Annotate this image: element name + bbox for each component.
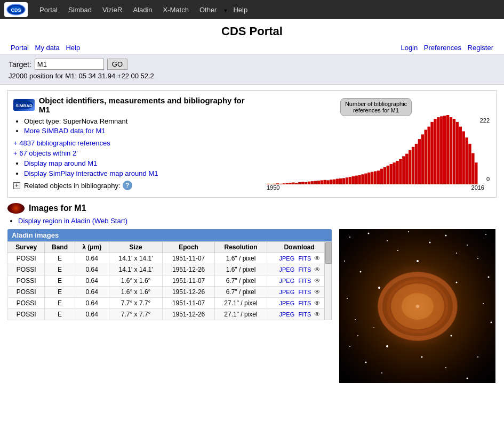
svg-point-84 — [344, 261, 345, 262]
target-input[interactable] — [35, 59, 104, 70]
j2000-position: J2000 position for M1: 05 34 31.94 +22 0… — [9, 72, 495, 80]
svg-rect-31 — [349, 177, 351, 184]
svg-rect-66 — [459, 127, 462, 184]
preview-eye-icon[interactable]: 👁 — [314, 277, 321, 285]
related-objects: + Related objects in bibliography: ? — [13, 181, 256, 190]
svg-rect-67 — [462, 131, 465, 184]
nav-aladin[interactable]: Aladin — [127, 4, 157, 16]
images-layout: Aladin images Survey Band λ (μm) Size Ep… — [7, 229, 497, 383]
download-fits-link[interactable]: FITS — [299, 300, 311, 306]
chart-y-min: 0 — [486, 176, 490, 182]
svg-point-81 — [445, 235, 447, 237]
cell-epoch: 1951-12-26 — [163, 309, 214, 320]
svg-rect-33 — [355, 176, 357, 184]
cell-size: 14.1' x 14.1' — [109, 264, 163, 275]
svg-point-89 — [355, 319, 356, 320]
nav-help[interactable]: Help — [228, 4, 253, 16]
svg-point-77 — [349, 237, 350, 238]
cell-lambda: 0.64 — [75, 253, 109, 264]
simbad-info: Object type: SuperNova Remnant More SIMB… — [13, 117, 256, 135]
download-fits-link[interactable]: FITS — [299, 289, 311, 295]
svg-rect-43 — [387, 166, 389, 184]
related-objects-help-icon[interactable]: ? — [123, 181, 132, 190]
go-button[interactable]: GO — [107, 59, 127, 70]
table-scrollbar[interactable] — [324, 241, 332, 320]
main-content: SIMBAD Object identifiers, measurements … — [0, 85, 504, 388]
nav-portal[interactable]: Portal — [34, 4, 63, 16]
nav-other[interactable]: Other — [194, 4, 222, 16]
related-objects-expand[interactable]: + — [13, 182, 20, 189]
svg-point-79 — [387, 240, 388, 241]
svg-rect-29 — [342, 178, 345, 184]
nav-simbad[interactable]: Simbad — [63, 4, 97, 16]
display-map-link[interactable]: Display map around M1 — [24, 159, 256, 167]
download-jpeg-link[interactable]: JPEG — [279, 289, 294, 295]
cell-size: 7.7° x 7.7° — [109, 298, 163, 309]
svg-rect-45 — [393, 162, 395, 184]
svg-point-104 — [456, 282, 458, 283]
svg-point-101 — [357, 335, 358, 336]
images-logo — [7, 203, 25, 214]
svg-rect-9 — [279, 184, 282, 184]
svg-rect-53 — [418, 139, 421, 184]
download-jpeg-link[interactable]: JPEG — [279, 255, 294, 262]
svg-rect-62 — [446, 115, 449, 184]
cell-resolution: 27.1" / pixel — [214, 309, 267, 320]
subnav-portal[interactable]: Portal — [11, 44, 29, 52]
svg-rect-56 — [427, 127, 430, 184]
svg-rect-39 — [374, 171, 377, 184]
download-fits-link[interactable]: FITS — [299, 311, 311, 318]
simbad-header: SIMBAD Object identifiers, measurements … — [13, 96, 256, 114]
preview-eye-icon[interactable]: 👁 — [314, 266, 321, 273]
cell-size: 1.6° x 1.6° — [109, 287, 163, 298]
cell-epoch: 1951-11-07 — [163, 253, 214, 264]
table-row: POSSI E 0.64 1.6° x 1.6° 1951-12-26 6.7"… — [8, 287, 332, 298]
preview-eye-icon[interactable]: 👁 — [314, 255, 321, 262]
preview-eye-icon[interactable]: 👁 — [314, 299, 321, 307]
col-epoch: Epoch — [163, 242, 214, 253]
nav-xmatch[interactable]: X-Match — [158, 4, 194, 16]
cell-epoch: 1951-11-07 — [163, 298, 214, 309]
download-jpeg-link[interactable]: JPEG — [279, 278, 294, 284]
download-jpeg-link[interactable]: JPEG — [279, 266, 294, 273]
aladin-webstart-link[interactable]: Display region in Aladin (Web Start) — [18, 217, 127, 225]
nav-vizier[interactable]: VizieR — [97, 4, 127, 16]
subnav-help[interactable]: Help — [66, 44, 80, 52]
download-fits-link[interactable]: FITS — [299, 266, 311, 273]
svg-rect-7 — [273, 184, 276, 184]
scrollbar-thumb[interactable] — [325, 242, 332, 264]
svg-rect-25 — [330, 180, 332, 184]
svg-rect-22 — [320, 180, 323, 184]
subnav-register[interactable]: Register — [468, 44, 493, 52]
more-simbad-item: More SIMBAD data for M1 — [24, 127, 256, 135]
cell-epoch: 1951-12-26 — [163, 287, 214, 298]
display-simplay-link[interactable]: Display SimPlay interactive map around M… — [24, 169, 256, 177]
download-jpeg-link[interactable]: JPEG — [279, 300, 294, 306]
biblio-references-link[interactable]: 4837 bibliographic references — [13, 139, 256, 147]
subnav-login[interactable]: Login — [401, 44, 418, 52]
download-fits-link[interactable]: FITS — [299, 255, 311, 262]
images-title: Images for M1 — [29, 204, 86, 213]
objects-within-link[interactable]: 67 objects within 2' — [13, 149, 256, 157]
subnav-mydata[interactable]: My data — [35, 44, 60, 52]
cell-band: E — [45, 264, 75, 275]
table-row: POSSI E 0.64 7.7° x 7.7° 1951-12-26 27.1… — [8, 309, 332, 320]
cell-resolution: 6.7" / pixel — [214, 287, 267, 298]
preview-eye-icon[interactable]: 👁 — [314, 288, 321, 296]
svg-rect-41 — [380, 169, 383, 184]
nav-other-dropdown[interactable]: Other▼ — [194, 6, 228, 14]
download-fits-link[interactable]: FITS — [299, 278, 311, 284]
simbad-section: SIMBAD Object identifiers, measurements … — [7, 90, 497, 198]
svg-point-80 — [408, 231, 409, 232]
svg-point-94 — [381, 372, 382, 373]
subnav-preferences[interactable]: Preferences — [424, 44, 461, 52]
svg-rect-55 — [425, 130, 427, 184]
svg-rect-47 — [399, 159, 402, 184]
download-jpeg-link[interactable]: JPEG — [279, 311, 294, 318]
svg-point-103 — [417, 260, 419, 262]
simbad-links: 4837 bibliographic references 67 objects… — [13, 139, 256, 190]
svg-rect-48 — [402, 156, 405, 184]
more-simbad-link[interactable]: More SIMBAD data for M1 — [24, 127, 105, 135]
svg-rect-51 — [412, 147, 414, 184]
preview-eye-icon[interactable]: 👁 — [314, 311, 321, 318]
